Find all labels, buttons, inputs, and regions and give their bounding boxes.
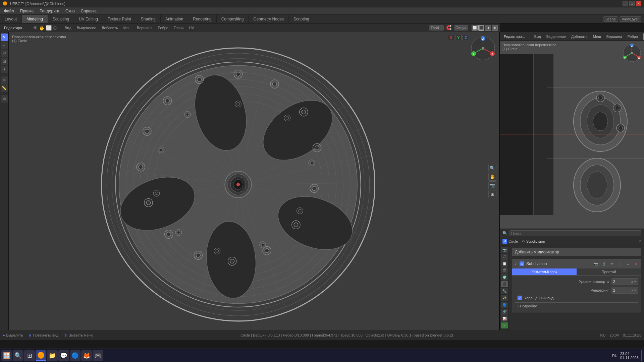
measure-tool[interactable]: 📏 — [1, 84, 8, 92]
tab-compositing[interactable]: Compositing — [217, 15, 249, 23]
view-layer-icon[interactable]: 📋 — [501, 260, 508, 267]
right-vp-vertex[interactable]: Вершина — [604, 34, 624, 39]
rendering-value[interactable]: 2 ▲▼ — [611, 287, 638, 294]
object-icon[interactable]: ⬛ — [501, 281, 508, 288]
camera-view[interactable]: ⊞ — [488, 190, 496, 198]
tab-modeling[interactable]: Modeling — [22, 15, 48, 23]
levels-viewport-value[interactable]: 2 ▲▼ — [611, 278, 638, 285]
teams-taskbar[interactable]: 🔵 — [70, 350, 80, 361]
game-taskbar[interactable]: 🎮 — [93, 350, 103, 361]
wheel-canvas[interactable] — [0, 32, 499, 330]
vp-face-menu[interactable]: Грань — [172, 25, 185, 30]
right-vp-editor-type[interactable]: Редактиро... — [502, 34, 527, 39]
cursor-tool[interactable]: ⊕ — [1, 95, 8, 103]
skype-taskbar[interactable]: 💬 — [58, 350, 69, 361]
close-button[interactable]: ✕ — [636, 1, 641, 6]
right-vp-select[interactable]: Выделение — [544, 34, 568, 39]
minimize-button[interactable]: _ — [623, 1, 628, 6]
rotate-tool[interactable]: ⟲ — [1, 50, 8, 57]
scene-selector[interactable]: Scene — [603, 16, 618, 22]
left-viewport[interactable]: ↖ ↔ ⟲ ⊡ ✦ ✏ 📏 ⊕ Пользовательская перспек… — [0, 32, 500, 330]
tab-shading[interactable]: Shading — [136, 15, 161, 23]
snap-magnet[interactable]: 🧲 — [445, 25, 452, 30]
modifier-close-btn[interactable]: ✕ — [633, 261, 639, 267]
physics-icon[interactable]: 🔵 — [501, 302, 508, 308]
navigation-gizmo[interactable]: Z X Y — [470, 35, 496, 62]
breadcrumb-modifier[interactable]: Subdivision — [526, 239, 545, 243]
world-icon[interactable]: 🌍 — [501, 274, 508, 281]
orbit-tool[interactable]: 📷 — [488, 181, 496, 189]
breadcrumb-close[interactable]: × — [639, 239, 641, 244]
transform-tool[interactable]: ✦ — [1, 66, 8, 73]
render-shading-btn[interactable]: ◉ — [492, 25, 498, 31]
search-input[interactable] — [509, 230, 641, 236]
vp-edge-menu[interactable]: Ребро — [156, 25, 170, 30]
select-tool[interactable]: ↖ — [1, 34, 8, 41]
modifier-cage-icon[interactable]: ⊡ — [617, 261, 623, 267]
explorer-taskbar[interactable]: 📁 — [47, 350, 58, 361]
add-modifier-button[interactable]: Добавить модификатор — [512, 248, 641, 256]
tab-animation[interactable]: Animation — [161, 15, 188, 23]
right-gizmo[interactable]: Z X Y — [622, 43, 642, 63]
vp-uv-menu[interactable]: UV — [187, 25, 196, 30]
vp-view-menu[interactable]: Вид — [63, 25, 73, 30]
maximize-button[interactable]: □ — [629, 1, 635, 6]
right-vp-view[interactable]: Вид — [532, 34, 543, 39]
constraints-icon[interactable]: 🔗 — [501, 309, 508, 315]
modifier-expand-btn[interactable]: ⌄ — [625, 261, 631, 267]
simplified-view-checkbox[interactable]: ✓ — [518, 296, 522, 300]
advanced-expand[interactable]: › Подробно — [515, 302, 638, 309]
move-tool[interactable]: ↔ — [1, 42, 8, 49]
material-icon[interactable]: ● — [501, 322, 508, 329]
firefox-taskbar[interactable]: 🦊 — [81, 350, 92, 361]
menu-help[interactable]: Справка — [78, 8, 99, 14]
modifier-camera-icon[interactable]: 📷 — [593, 261, 599, 267]
render-icon[interactable]: 📷 — [501, 247, 508, 253]
right-solid-shading[interactable]: ⬛ — [643, 34, 644, 40]
tab-rendering[interactable]: Rendering — [188, 15, 216, 23]
modifier-edit-icon[interactable]: ✏ — [609, 261, 615, 267]
vp-select-menu[interactable]: Выделение — [75, 25, 98, 30]
blender-taskbar[interactable]: 🟠 — [36, 350, 46, 361]
vp-vertex-menu[interactable]: Вершина — [135, 25, 155, 30]
vp-mesh-menu[interactable]: Меш — [121, 25, 133, 30]
transform-global[interactable]: Глоб... — [429, 25, 443, 31]
modifier-render-icon[interactable]: 🖨 — [601, 261, 607, 267]
menu-render[interactable]: Рендеринг — [37, 8, 62, 14]
start-button[interactable]: 🪟 — [1, 350, 12, 361]
wire-shading-btn[interactable]: ⬜ — [472, 25, 478, 31]
tab-geometry-nodes[interactable]: Geometry Nodes — [249, 15, 289, 23]
modifier-icon[interactable]: 🔧 — [501, 288, 508, 294]
material-shading-btn[interactable]: ◑ — [485, 25, 491, 31]
data-icon[interactable]: 📊 — [501, 315, 508, 322]
tab-scripting[interactable]: Scripting — [289, 15, 314, 23]
taskview-button[interactable]: ⊞ — [24, 350, 35, 361]
tab-uv-editing[interactable]: UV Editing — [74, 15, 103, 23]
right-vp-add[interactable]: Добавить — [569, 34, 590, 39]
menu-window[interactable]: Окно — [63, 8, 77, 14]
viewlayer-selector[interactable]: ViewLayer — [620, 16, 641, 22]
particles-icon[interactable]: ✨ — [501, 295, 508, 301]
annotate-tool[interactable]: ✏ — [1, 76, 8, 84]
right-vp-edge[interactable]: Ребро — [626, 34, 640, 39]
catmull-clark-tab[interactable]: Кэтмелл-Кларк — [512, 268, 577, 275]
tab-sculpting[interactable]: Sculpting — [48, 15, 74, 23]
modifier-enable-check[interactable]: ✓ — [514, 261, 518, 266]
search-button[interactable]: 🔍 — [13, 350, 23, 361]
pan-tool[interactable]: 🖐 — [488, 173, 496, 181]
solid-shading-btn[interactable]: ⬛ — [478, 25, 484, 31]
menu-file[interactable]: Файл — [1, 8, 17, 14]
options-button[interactable]: Опции — [454, 25, 468, 31]
menu-edit[interactable]: Правка — [17, 8, 37, 14]
output-icon[interactable]: 🖨 — [501, 254, 508, 260]
breadcrumb-object[interactable]: Circle — [508, 239, 518, 243]
scale-tool[interactable]: ⊡ — [1, 58, 8, 65]
right-viewport[interactable]: Пользовательская перспектива (1) Circle … — [500, 41, 644, 229]
simple-tab[interactable]: Простой — [577, 268, 641, 275]
right-vp-mesh[interactable]: Меш — [591, 34, 603, 39]
vp-add-menu[interactable]: Добавить — [100, 25, 120, 30]
vp-editor-type[interactable]: Редактиро... — [2, 25, 27, 30]
scene-icon[interactable]: 🎬 — [501, 267, 508, 274]
zoom-tool[interactable]: 🔍 — [488, 164, 496, 172]
tab-layout[interactable]: Layout — [0, 15, 22, 23]
